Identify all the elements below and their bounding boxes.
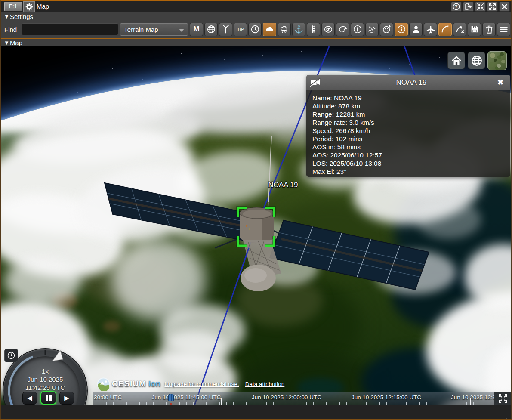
infobox-line: AOS in: 58 mins: [312, 143, 510, 151]
timeline-major-tick: [221, 398, 222, 405]
anchor-button[interactable]: ⚓: [292, 23, 305, 36]
aircraft-icon: [426, 25, 435, 34]
expand-button[interactable]: [487, 2, 498, 12]
orbit-curve-icon: [441, 25, 450, 34]
shuttle-ring-pointer[interactable]: [52, 350, 63, 361]
find-label: Find: [4, 26, 20, 33]
timeline-major-tick2: [470, 398, 471, 405]
measure-m-button[interactable]: M: [190, 23, 203, 36]
satellite-map-label[interactable]: NOAA 19: [268, 181, 298, 188]
map-viewport[interactable]: NOAA 19 NOAA 19 ✖ Name: NOAA 19 Altitude…: [1, 46, 511, 405]
earth-stations-button[interactable]: [380, 23, 393, 36]
timeline-label-3: Jun 10 2025 12:15:00 UTC: [352, 394, 421, 401]
resize-grip[interactable]: [509, 416, 509, 417]
pause-icon-bar2: [49, 395, 52, 401]
antenna-button[interactable]: [219, 23, 232, 36]
infobox-line: LOS: 2025/06/10 13:08: [312, 159, 510, 167]
terminator-button[interactable]: [336, 23, 349, 36]
menu-button[interactable]: [497, 23, 510, 36]
collapse-icon: [476, 3, 484, 11]
terrain-texture-button[interactable]: [365, 23, 379, 36]
infobox-line: Max El: 23°: [312, 167, 510, 176]
settings-gear-button[interactable]: [23, 1, 35, 12]
delete-button[interactable]: [482, 23, 496, 36]
precipitation-button[interactable]: [278, 23, 291, 36]
satellite-right-panel: [270, 220, 429, 290]
pause-button[interactable]: [40, 391, 56, 405]
ibp-beacons-button[interactable]: IBP: [234, 23, 247, 36]
compass-button[interactable]: [351, 23, 364, 36]
terrain-texture-icon: [367, 25, 377, 34]
imagery-picker-button[interactable]: [487, 51, 507, 70]
cloud-button[interactable]: [263, 23, 276, 36]
help-button[interactable]: ?: [451, 2, 462, 12]
dropdown-arrow-icon: [179, 29, 184, 32]
railway-button[interactable]: [307, 23, 320, 36]
globe-view-button[interactable]: [468, 52, 485, 69]
timeline[interactable]: 30:00 UTC Jun 10 2025 11:45:00 UTC Jun 1…: [93, 392, 494, 405]
observer-button[interactable]: [409, 23, 423, 36]
find-input[interactable]: [22, 23, 118, 35]
camera-track-button[interactable]: [306, 77, 325, 87]
storm-eye-icon: [324, 25, 333, 34]
home-icon: [451, 55, 462, 66]
bottom-statusbar: [1, 405, 511, 418]
settings-section-header[interactable]: ▼ Settings: [1, 12, 511, 21]
svg-text:?: ?: [455, 4, 457, 9]
undock-icon: [464, 3, 472, 11]
infobox-line: AOS: 2025/06/10 12:57: [312, 151, 510, 159]
animation-speed: 1x: [3, 368, 87, 375]
timeline-label-4: Jun 10 2025 12:3: [451, 394, 494, 401]
anchor-icon: ⚓: [294, 26, 303, 33]
cesium-brand[interactable]: CESIUM: [112, 379, 146, 389]
timeline-current-marker[interactable]: [168, 394, 174, 401]
globe-grid-icon: [207, 25, 216, 34]
toolbar-buttons: M IBP ⚓: [190, 23, 510, 36]
window-title: Map: [37, 3, 49, 10]
orbit-cancel-icon: [455, 25, 465, 34]
railway-icon: [309, 25, 318, 34]
compass-icon: [353, 25, 362, 34]
infobox-header[interactable]: NOAA 19 ✖: [306, 75, 510, 90]
gear-icon: [25, 3, 34, 11]
infobox-line: Period: 102 mins: [312, 135, 510, 143]
fullscreen-button[interactable]: [494, 392, 511, 405]
satellite-infobox: NOAA 19 ✖ Name: NOAA 19 Altitude: 878 km…: [306, 75, 510, 177]
timeline-label-2: Jun 10 2025 12:00:00 UTC: [252, 394, 321, 401]
orbit-curve-button[interactable]: [438, 23, 452, 36]
upgrade-link[interactable]: Upgrade for commercial use.: [164, 381, 239, 387]
infobox-body: Name: NOAA 19 Altitude: 878 km Range: 12…: [306, 90, 510, 177]
clock-button[interactable]: [248, 23, 262, 36]
realtime-clock-button[interactable]: [4, 349, 18, 362]
pause-icon: [46, 395, 48, 401]
camera-off-icon: [310, 77, 322, 87]
cesium-logo[interactable]: [97, 377, 110, 391]
basemap-select[interactable]: Terrain Map: [120, 23, 188, 36]
cesium-ion-brand[interactable]: ion: [148, 379, 161, 389]
timeline-label-1: Jun 10 2025 11:45:00 UTC: [151, 394, 221, 401]
trash-icon: [484, 25, 494, 34]
data-attribution-link[interactable]: Data attribution: [245, 381, 285, 387]
infobox-close-button[interactable]: ✖: [497, 79, 510, 86]
info-button[interactable]: [395, 23, 408, 36]
home-view-button[interactable]: [447, 52, 465, 69]
infobox-line: Altitude: 878 km: [312, 102, 510, 110]
map-section-header[interactable]: ▼ Map: [1, 38, 511, 46]
close-button[interactable]: [499, 2, 510, 12]
infobox-line: Name: NOAA 19: [312, 94, 510, 102]
orbit-cancel-button[interactable]: [453, 23, 466, 36]
clock-icon: [250, 25, 260, 34]
save-button[interactable]: [468, 23, 481, 36]
window-id-button[interactable]: F:1: [4, 2, 22, 11]
collapse-button[interactable]: [475, 2, 486, 12]
undock-button[interactable]: [463, 2, 474, 12]
storm-eye-button[interactable]: [321, 23, 335, 36]
play-forward-button[interactable]: ▶: [59, 392, 74, 405]
animation-date: Jun 10 2025: [3, 376, 87, 383]
satellite-left-panel: [105, 183, 255, 243]
play-forward-icon: ▶: [64, 394, 69, 402]
aircraft-button[interactable]: [424, 23, 437, 36]
globe-grid-button[interactable]: [204, 23, 218, 36]
play-reverse-button[interactable]: ◀: [22, 392, 37, 405]
animation-time: 11:42:29 UTC: [3, 384, 87, 391]
